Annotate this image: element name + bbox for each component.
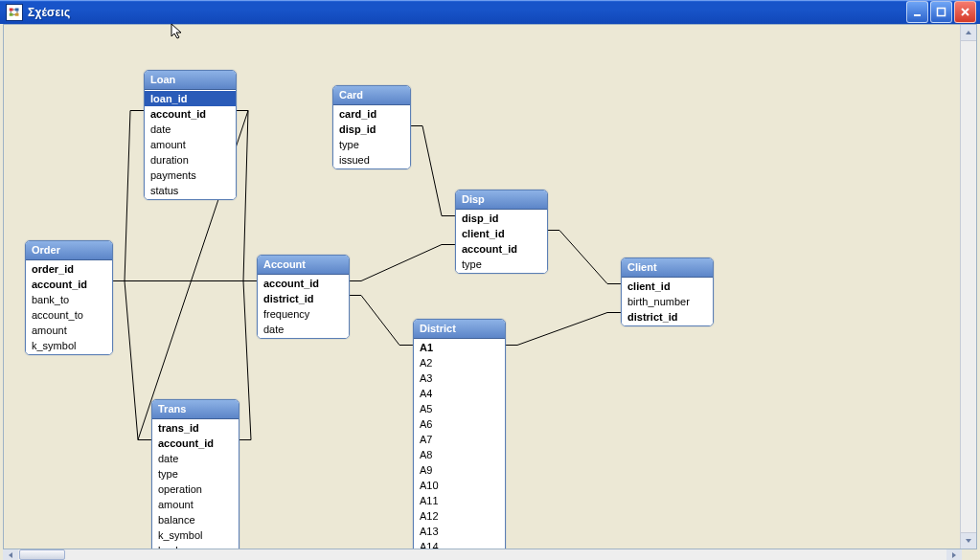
scroll-left-button[interactable] [3,549,18,560]
field-A10[interactable]: A10 [414,478,505,493]
field-account_id[interactable]: account_id [26,277,112,292]
field-birth_number[interactable]: birth_number [622,294,713,309]
table-header[interactable]: Disp [456,190,547,210]
field-k_symbol[interactable]: k_symbol [152,527,239,543]
table-client[interactable]: Clientclient_idbirth_numberdistrict_id [621,258,714,326]
field-bank[interactable]: bank [152,543,239,549]
table-disp[interactable]: Dispdisp_idclient_idaccount_idtype [455,190,548,274]
field-order_id[interactable]: order_id [26,261,112,277]
hscroll-thumb[interactable] [19,549,65,560]
field-operation[interactable]: operation [152,482,239,497]
table-header[interactable]: Account [258,256,349,275]
field-A1[interactable]: A1 [414,340,505,355]
field-amount[interactable]: amount [26,323,112,338]
scroll-down-button[interactable] [961,532,976,549]
relationship-line[interactable] [546,231,621,284]
field-issued[interactable]: issued [333,152,410,168]
minimize-button[interactable] [906,1,928,23]
relationships-canvas[interactable]: Loanloan_idaccount_iddateamountdurationp… [3,24,977,549]
field-payments[interactable]: payments [145,168,236,183]
field-card_id[interactable]: card_id [333,106,410,122]
minimize-icon [912,7,923,17]
field-district_id[interactable]: district_id [622,309,713,325]
field-A4[interactable]: A4 [414,386,505,401]
svg-rect-3 [15,12,19,15]
window-title: Σχέσεις [28,6,904,19]
table-header[interactable]: Loan [145,71,236,90]
horizontal-scrollbar[interactable] [3,549,962,560]
scroll-right-button[interactable] [946,549,962,560]
svg-rect-4 [914,14,921,16]
field-loan_id[interactable]: loan_id [145,91,236,106]
field-A13[interactable]: A13 [414,524,505,539]
field-amount[interactable]: amount [145,137,236,152]
svg-rect-2 [10,12,13,15]
field-trans_id[interactable]: trans_id [152,420,239,436]
field-k_symbol[interactable]: k_symbol [26,338,112,353]
app-icon [6,4,23,21]
field-duration[interactable]: duration [145,152,236,168]
relationship-line[interactable] [348,245,455,281]
svg-rect-0 [10,8,13,11]
svg-rect-1 [15,8,19,11]
scroll-up-button[interactable] [961,25,976,41]
field-A9[interactable]: A9 [414,462,505,478]
relationship-line[interactable] [111,281,151,440]
relationship-line[interactable] [235,111,257,281]
field-A3[interactable]: A3 [414,370,505,386]
field-disp_id[interactable]: disp_id [333,122,410,137]
field-date[interactable]: date [145,122,236,137]
field-A6[interactable]: A6 [414,416,505,432]
field-A7[interactable]: A7 [414,432,505,447]
field-type[interactable]: type [456,257,547,272]
close-icon [960,7,970,17]
relationship-line[interactable] [409,126,455,216]
relationship-line[interactable] [348,296,413,346]
field-status[interactable]: status [145,183,236,198]
field-account_id[interactable]: account_id [145,106,236,122]
field-client_id[interactable]: client_id [456,226,547,241]
table-header[interactable]: Trans [152,400,239,419]
field-account_id[interactable]: account_id [152,436,239,451]
field-A8[interactable]: A8 [414,447,505,462]
field-account_to[interactable]: account_to [26,307,112,323]
field-account_id[interactable]: account_id [258,276,349,291]
titlebar[interactable]: Σχέσεις [0,0,980,24]
table-card[interactable]: Cardcard_iddisp_idtypeissued [332,85,411,169]
table-account[interactable]: Accountaccount_iddistrict_idfrequencydat… [257,255,350,339]
field-A12[interactable]: A12 [414,508,505,524]
field-balance[interactable]: balance [152,512,239,527]
field-A14[interactable]: A14 [414,539,505,549]
field-date[interactable]: date [258,322,349,337]
field-type[interactable]: type [333,137,410,152]
field-frequency[interactable]: frequency [258,306,349,322]
relationship-line[interactable] [504,313,621,346]
field-district_id[interactable]: district_id [258,291,349,306]
field-disp_id[interactable]: disp_id [456,211,547,226]
field-bank_to[interactable]: bank_to [26,292,112,307]
table-header[interactable]: Card [333,86,410,105]
svg-rect-5 [938,9,946,16]
field-account_id[interactable]: account_id [456,241,547,257]
field-client_id[interactable]: client_id [622,279,713,294]
table-header[interactable]: District [414,320,505,339]
vertical-scrollbar[interactable] [960,25,976,549]
table-header[interactable]: Client [622,258,713,278]
table-order[interactable]: Orderorder_idaccount_idbank_toaccount_to… [25,240,113,355]
table-header[interactable]: Order [26,241,112,260]
field-A5[interactable]: A5 [414,401,505,416]
table-trans[interactable]: Transtrans_idaccount_iddatetypeoperation… [151,399,239,549]
relationship-line[interactable] [111,111,144,281]
field-date[interactable]: date [152,451,239,466]
relationship-line[interactable] [238,281,257,440]
table-loan[interactable]: Loanloan_idaccount_iddateamountdurationp… [144,70,237,200]
field-type[interactable]: type [152,466,239,482]
field-amount[interactable]: amount [152,497,239,512]
close-button[interactable] [954,1,976,23]
maximize-icon [936,7,946,17]
table-district[interactable]: DistrictA1A2A3A4A5A6A7A8A9A10A11A12A13A1… [413,319,506,549]
maximize-button[interactable] [930,1,952,23]
field-A11[interactable]: A11 [414,493,505,508]
field-A2[interactable]: A2 [414,355,505,370]
